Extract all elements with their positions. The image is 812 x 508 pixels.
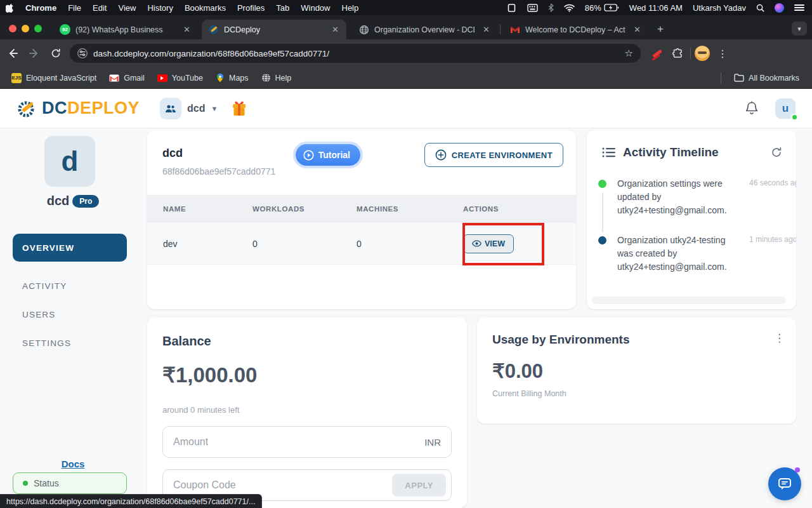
create-environment-label: CREATE ENVIRONMENT bbox=[452, 150, 553, 160]
app-header: DCDEPLOY dcd ▼ u bbox=[0, 89, 812, 128]
user-avatar[interactable]: u bbox=[775, 98, 796, 119]
tab-close-icon[interactable]: ✕ bbox=[481, 25, 491, 34]
globe-icon bbox=[261, 73, 271, 83]
dcdeploy-logo[interactable]: DCDEPLOY bbox=[16, 98, 140, 119]
sidebar-item-activity[interactable]: ACTIVITY bbox=[13, 272, 127, 300]
timeline-event-text: Organization utky24-testing was created … bbox=[617, 234, 742, 274]
tab-close-icon[interactable]: ✕ bbox=[331, 25, 340, 34]
forward-button[interactable] bbox=[25, 44, 43, 62]
gift-icon bbox=[232, 100, 247, 117]
all-bookmarks-button[interactable]: All Bookmarks bbox=[728, 70, 806, 86]
menu-help[interactable]: Help bbox=[336, 0, 365, 15]
org-avatar: d bbox=[44, 136, 95, 187]
environment-card: dcd 68f86d06bae9ef57cadd0771 Tutorial CR… bbox=[147, 130, 576, 309]
table-row: dev 0 0 VIEW bbox=[147, 223, 576, 265]
tutorial-label: Tutorial bbox=[318, 150, 350, 160]
omnibox[interactable]: dash.dcdeploy.com/organization/68f86d06b… bbox=[70, 44, 641, 63]
gift-button[interactable] bbox=[232, 100, 247, 117]
menu-bookmarks[interactable]: Bookmarks bbox=[179, 0, 232, 15]
url-text[interactable]: dash.dcdeploy.com/organization/68f86d06b… bbox=[93, 49, 619, 58]
sidebar-item-overview[interactable]: OVERVIEW bbox=[13, 234, 127, 262]
window-minimize-button[interactable] bbox=[22, 25, 29, 32]
bookmark-eloquent-js[interactable]: EJS Eloquent JavaScript bbox=[5, 70, 103, 86]
tab-welcome-email[interactable]: Welcome to DCDeploy – Acti ✕ bbox=[504, 20, 648, 39]
highlighter-extension-icon[interactable] bbox=[652, 52, 662, 55]
chat-widget-button[interactable] bbox=[768, 467, 801, 500]
status-button[interactable]: Status bbox=[13, 472, 127, 494]
apply-button[interactable]: APPLY bbox=[392, 474, 446, 497]
activity-timeline-card: Activity Timeline Organization settings … bbox=[587, 130, 796, 309]
org-selector-name: dcd bbox=[187, 103, 205, 114]
siri-icon[interactable] bbox=[769, 3, 789, 13]
keyboard-icon[interactable] bbox=[522, 4, 543, 12]
ejs-icon: EJS bbox=[11, 73, 22, 83]
site-settings-icon[interactable] bbox=[77, 48, 88, 58]
tab-title: Organization Overview - DCD bbox=[374, 25, 475, 34]
chrome-menu-icon[interactable]: ⋮ bbox=[714, 44, 731, 62]
timeline-event: Organization utky24-testing was created … bbox=[587, 234, 796, 290]
org-selector[interactable]: dcd ▼ bbox=[160, 98, 218, 119]
menu-chrome[interactable]: Chrome bbox=[20, 0, 62, 15]
control-center-icon[interactable] bbox=[789, 4, 812, 11]
reload-button[interactable] bbox=[47, 44, 65, 62]
tutorial-button[interactable]: Tutorial bbox=[296, 144, 360, 166]
timeline-event-text: Organization settings were updated by ut… bbox=[617, 177, 742, 217]
tab-search-chevron[interactable]: ▾ bbox=[792, 22, 807, 36]
menubar-username[interactable]: Utkarsh Yadav bbox=[688, 3, 751, 13]
col-machines: MACHINES bbox=[357, 205, 463, 213]
environments-table: NAME WORKLOADS MACHINES ACTIONS dev 0 0 … bbox=[147, 195, 576, 265]
apple-menu-icon[interactable] bbox=[0, 0, 20, 15]
wifi-icon[interactable] bbox=[559, 4, 580, 12]
menu-window[interactable]: Window bbox=[295, 0, 336, 15]
tab-dcdeploy-active[interactable]: DCDeploy ✕ bbox=[202, 20, 346, 39]
tab-title: DCDeploy bbox=[224, 25, 260, 34]
sidebar-item-settings[interactable]: SETTINGS bbox=[13, 329, 127, 357]
menu-tab[interactable]: Tab bbox=[270, 0, 295, 15]
window-zoom-button[interactable] bbox=[34, 25, 42, 32]
bookmark-help[interactable]: Help bbox=[255, 70, 298, 86]
menu-profiles[interactable]: Profiles bbox=[232, 0, 270, 15]
view-button[interactable]: VIEW bbox=[463, 234, 514, 253]
user-avatar-letter: u bbox=[782, 102, 789, 115]
coupon-input[interactable] bbox=[173, 479, 392, 491]
refresh-icon[interactable] bbox=[771, 147, 782, 158]
table-header-row: NAME WORKLOADS MACHINES ACTIONS bbox=[147, 195, 576, 223]
spotlight-search-icon[interactable] bbox=[751, 4, 769, 12]
sidebar-item-users[interactable]: USERS bbox=[13, 300, 127, 328]
window-close-button[interactable] bbox=[9, 25, 16, 32]
menu-history[interactable]: History bbox=[141, 0, 178, 15]
plus-circle-icon bbox=[435, 149, 447, 161]
timeline-scrollbar[interactable] bbox=[592, 297, 786, 304]
docs-link[interactable]: Docs bbox=[0, 458, 146, 469]
back-button[interactable] bbox=[4, 44, 22, 62]
notification-bell-icon[interactable] bbox=[745, 101, 759, 116]
screen-mirroring-icon[interactable] bbox=[502, 4, 522, 12]
menu-file[interactable]: File bbox=[62, 0, 87, 15]
new-tab-button[interactable]: + bbox=[657, 23, 664, 36]
gear-rocket-icon bbox=[16, 98, 38, 119]
extensions-puzzle-icon[interactable] bbox=[669, 44, 686, 62]
bookmark-label: Maps bbox=[229, 74, 249, 83]
tab-whatsapp[interactable]: 92 (92) WhatsApp Business ✕ bbox=[53, 20, 198, 39]
balance-amount: ₹1,000.00 bbox=[162, 363, 452, 387]
bookmark-maps[interactable]: Maps bbox=[209, 70, 255, 86]
tab-close-icon[interactable]: ✕ bbox=[182, 25, 192, 34]
menu-edit[interactable]: Edit bbox=[87, 0, 112, 15]
tab-organization-overview[interactable]: Organization Overview - DCD ✕ bbox=[353, 20, 497, 39]
status-green-dot bbox=[23, 481, 28, 486]
bookmark-star-icon[interactable]: ☆ bbox=[625, 48, 633, 59]
chrome-profile-avatar[interactable] bbox=[695, 46, 710, 61]
create-environment-button[interactable]: CREATE ENVIRONMENT bbox=[424, 143, 563, 167]
chat-bubble-icon bbox=[777, 477, 792, 491]
bookmark-gmail[interactable]: Gmail bbox=[103, 70, 151, 86]
chrome-toolbar: dash.dcdeploy.com/organization/68f86d06b… bbox=[0, 39, 812, 67]
bluetooth-icon[interactable] bbox=[543, 3, 559, 12]
menubar-clock[interactable]: Wed 11:06 AM bbox=[624, 3, 688, 13]
tab-close-icon[interactable]: ✕ bbox=[632, 25, 642, 34]
amount-input[interactable] bbox=[173, 436, 424, 448]
sidebar-org-name: dcd bbox=[47, 194, 70, 208]
menu-view[interactable]: View bbox=[112, 0, 141, 15]
kebab-menu-icon[interactable]: ⋮ bbox=[774, 331, 785, 345]
bookmark-label: YouTube bbox=[172, 74, 203, 83]
bookmark-youtube[interactable]: YouTube bbox=[151, 70, 209, 86]
